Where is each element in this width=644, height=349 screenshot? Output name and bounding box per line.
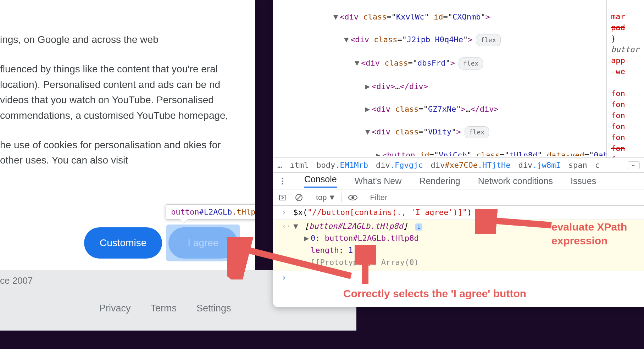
tab-issues[interactable]: Issues — [571, 176, 596, 186]
element-tooltip: button#L2AGLb.tHlp8d — [166, 204, 255, 220]
elements-tree[interactable]: ▼<div class="KxvlWc" id="CXQnmb"> ▼<div … — [273, 0, 606, 156]
consent-paragraph: fluenced by things like the content that… — [0, 61, 241, 123]
consent-paragraph: ings, on Google and across the web — [0, 32, 241, 47]
customise-button[interactable]: Customise — [84, 227, 162, 259]
chevron-down-icon: ▼ — [328, 193, 336, 202]
tooltip-id: #L2AGLb — [199, 207, 232, 216]
tooltip-class: .tHlp8d — [232, 207, 255, 216]
tab-rendering[interactable]: Rendering — [419, 176, 460, 186]
flex-badge: flex — [459, 57, 483, 70]
info-icon[interactable]: i — [415, 223, 422, 231]
svg-point-4 — [351, 196, 354, 199]
tab-whats-new[interactable]: What's New — [355, 176, 402, 186]
agree-button[interactable]: I agree — [168, 227, 238, 259]
styles-pane[interactable]: mar pad } buttor app -we fon fon fon fon… — [606, 0, 644, 170]
flex-badge: flex — [476, 34, 500, 46]
consent-paragraph: he use of cookies for personalisation an… — [0, 137, 241, 168]
console-input-line: › $x("//button[contains(., 'I agree')]") — [273, 206, 644, 220]
drawer-menu-icon[interactable]: ⋮ — [278, 176, 287, 186]
footer-privacy-link[interactable]: Privacy — [99, 303, 131, 314]
console-prompt-icon: › — [282, 272, 289, 284]
breadcrumb-kebab-icon[interactable]: ⋯ — [628, 161, 640, 169]
devtools-panel: ▼<div class="KxvlWc" id="CXQnmb"> ▼<div … — [273, 0, 644, 307]
footer-terms-link[interactable]: Terms — [151, 303, 177, 314]
console-toolbar: top ▼ — [273, 189, 644, 206]
inspect-highlight-overlay — [166, 225, 240, 261]
drawer-tabs: ⋮ Console What's New Rendering Network c… — [273, 172, 644, 189]
breadcrumb-item[interactable]: span — [568, 161, 587, 170]
tooltip-tagname: button — [171, 207, 199, 216]
tab-console[interactable]: Console — [304, 174, 337, 188]
breadcrumb-overflow[interactable]: … — [277, 161, 282, 170]
console-prompt-line[interactable]: › — [273, 271, 644, 284]
consent-dialog: ings, on Google and across the web fluen… — [0, 0, 255, 278]
console-filter-input[interactable] — [370, 193, 441, 202]
flex-badge: flex — [465, 126, 489, 138]
footer-settings-link[interactable]: Settings — [196, 303, 231, 314]
execution-context-selector[interactable]: top ▼ — [316, 193, 336, 202]
footer-links: Privacy Terms Settings — [99, 303, 231, 314]
breadcrumb-item[interactable]: div#xe7COe.HTjtHe — [431, 161, 510, 170]
breadcrumb-item[interactable]: div.jw8mI — [518, 161, 561, 170]
clear-console-icon[interactable] — [294, 192, 304, 203]
breadcrumb-item[interactable]: c — [595, 161, 600, 170]
consent-body-text: ings, on Google and across the web fluen… — [0, 32, 241, 182]
console-prompt-icon: › — [282, 206, 289, 218]
breadcrumb-item[interactable]: div.Fgvgjc — [376, 161, 423, 170]
breadcrumb-item[interactable]: ıtml — [290, 161, 309, 170]
svg-rect-0 — [279, 195, 286, 200]
console-return-icon: ‹· — [282, 220, 289, 232]
consent-buttons: Customise I agree — [84, 227, 238, 259]
annotation-text: Correctly selects the 'I agree' button — [343, 287, 563, 300]
footer-since-text: ce 2007 — [0, 275, 33, 286]
live-expression-icon[interactable] — [348, 192, 358, 203]
tab-network-conditions[interactable]: Network conditions — [478, 176, 553, 186]
console-sidebar-toggle-icon[interactable] — [277, 192, 288, 203]
svg-line-2 — [297, 195, 301, 200]
annotation-text: evaluate XPath expression — [551, 220, 644, 248]
breadcrumb-item[interactable]: body.EM1Mrb — [316, 161, 368, 170]
elements-breadcrumb[interactable]: … ıtml body.EM1Mrb div.Fgvgjc div#xe7COe… — [273, 157, 644, 172]
